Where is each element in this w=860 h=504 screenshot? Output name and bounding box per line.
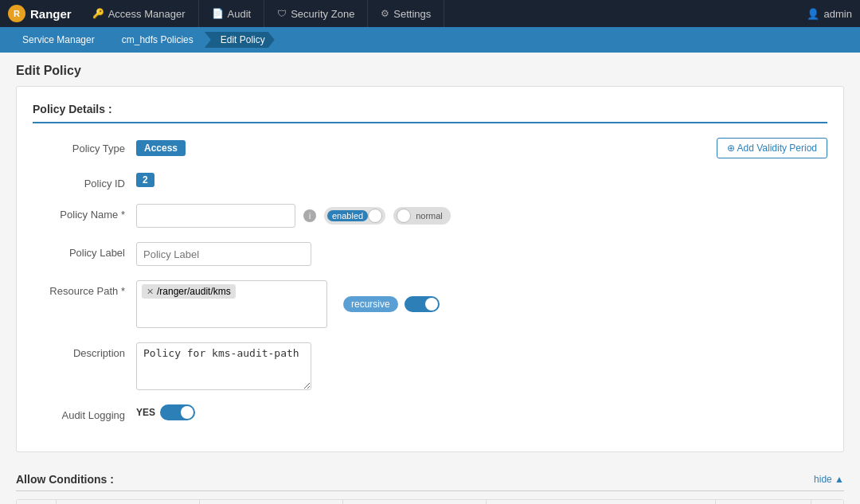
settings-icon: ⚙ bbox=[381, 8, 389, 19]
conditions-table: Select Role Select Group Select User Per… bbox=[16, 499, 844, 504]
audit-icon: 📄 bbox=[212, 8, 224, 19]
tag-remove-icon[interactable]: ✕ bbox=[147, 287, 154, 297]
policy-id-wrap: 2 bbox=[136, 173, 827, 187]
enabled-label: enabled bbox=[327, 210, 368, 221]
resource-path-wrap: ✕ /ranger/audit/kms recursive bbox=[136, 280, 827, 328]
allow-conditions-section: Allow Conditions : hide ▲ Select Role Se… bbox=[16, 465, 844, 504]
col-user-header: Select User bbox=[343, 500, 487, 504]
main-container: Policy Details : Policy Type Access ⊕ Ad… bbox=[0, 86, 860, 504]
audit-knob bbox=[181, 406, 194, 419]
description-input[interactable]: Policy for kms-audit-path bbox=[136, 342, 311, 390]
description-label: Description bbox=[33, 342, 136, 359]
nav-audit[interactable]: 📄 Audit bbox=[199, 0, 265, 27]
normal-label: normal bbox=[411, 210, 448, 221]
security-zone-icon: 🛡 bbox=[277, 8, 287, 19]
policy-name-label: Policy Name * bbox=[33, 204, 136, 221]
resource-path-tag: ✕ /ranger/audit/kms bbox=[142, 284, 236, 299]
recursive-slider bbox=[405, 296, 440, 312]
policy-id-row: Policy ID 2 bbox=[33, 173, 827, 189]
policy-label-label: Policy Label bbox=[33, 242, 136, 259]
nav-access-manager-label: Access Manager bbox=[108, 8, 186, 20]
col-group-header: Select Group bbox=[200, 500, 343, 504]
breadcrumb: Service Manager cm_hdfs Policies Edit Po… bbox=[0, 27, 860, 53]
normal-toggle[interactable]: normal bbox=[393, 207, 451, 225]
policy-type-badge: Access bbox=[136, 140, 186, 156]
description-row: Description Policy for kms-audit-path bbox=[33, 342, 827, 390]
page-title: Edit Policy bbox=[0, 53, 860, 86]
breadcrumb-edit-policy[interactable]: Edit Policy bbox=[205, 32, 275, 48]
access-manager-icon: 🔑 bbox=[92, 8, 104, 19]
ranger-icon: R bbox=[8, 5, 25, 22]
col-permissions-header: Permissions bbox=[487, 500, 716, 504]
audit-slider bbox=[160, 404, 195, 420]
policy-label-wrap bbox=[136, 242, 827, 266]
enabled-toggle[interactable]: enabled bbox=[324, 207, 385, 225]
user-menu[interactable]: 👤 admin bbox=[807, 8, 852, 20]
nav-security-zone[interactable]: 🛡 Security Zone bbox=[264, 0, 368, 27]
normal-toggle-knob bbox=[397, 209, 411, 223]
section-title: Policy Details : bbox=[33, 103, 827, 123]
col-role-header: Select Role bbox=[57, 500, 200, 504]
add-validity-button[interactable]: ⊕ Add Validity Period bbox=[717, 138, 827, 158]
enabled-toggle-knob bbox=[368, 209, 382, 223]
allow-conditions-header: Allow Conditions : hide ▲ bbox=[16, 465, 844, 491]
policy-type-label: Policy Type bbox=[33, 138, 136, 154]
resource-path-row: Resource Path * ✕ /ranger/audit/kms recu… bbox=[33, 280, 827, 328]
policy-name-info-icon: i bbox=[303, 209, 316, 222]
recursive-label: recursive bbox=[343, 296, 398, 312]
resource-path-label: Resource Path * bbox=[33, 280, 136, 297]
policy-id-badge: 2 bbox=[136, 173, 154, 187]
col-delegate-header: Delegate Admin bbox=[716, 500, 811, 504]
brand-name: Ranger bbox=[30, 7, 72, 21]
audit-toggle[interactable] bbox=[160, 404, 195, 420]
policy-type-row: Policy Type Access ⊕ Add Validity Period bbox=[33, 138, 827, 158]
description-wrap: Policy for kms-audit-path bbox=[136, 342, 827, 390]
breadcrumb-policies[interactable]: cm_hdfs Policies bbox=[106, 32, 203, 48]
policy-label-input[interactable] bbox=[136, 242, 311, 266]
policy-name-input[interactable]: kms-audit-path bbox=[136, 204, 295, 228]
nav-security-zone-label: Security Zone bbox=[291, 8, 354, 20]
recursive-wrap: recursive bbox=[343, 296, 440, 312]
recursive-knob bbox=[425, 298, 438, 311]
audit-logging-label: Audit Logging bbox=[33, 404, 136, 421]
policy-id-label: Policy ID bbox=[33, 173, 136, 189]
username: admin bbox=[824, 8, 852, 20]
navbar: R Ranger 🔑 Access Manager 📄 Audit 🛡 Secu… bbox=[0, 0, 860, 27]
policy-label-row: Policy Label bbox=[33, 242, 827, 266]
audit-logging-row: Audit Logging YES bbox=[33, 404, 827, 421]
nav-settings-label: Settings bbox=[393, 8, 431, 20]
nav-access-manager[interactable]: 🔑 Access Manager bbox=[80, 0, 199, 27]
col-drag-header bbox=[17, 500, 57, 504]
hide-link[interactable]: hide ▲ bbox=[814, 474, 844, 485]
nav-settings[interactable]: ⚙ Settings bbox=[368, 0, 444, 27]
conditions-table-header: Select Role Select Group Select User Per… bbox=[17, 500, 843, 504]
recursive-toggle[interactable] bbox=[405, 296, 440, 312]
brand[interactable]: R Ranger bbox=[8, 5, 72, 22]
col-delete-header bbox=[811, 500, 843, 504]
policy-type-wrap: Access ⊕ Add Validity Period bbox=[136, 138, 827, 158]
policy-name-row: Policy Name * kms-audit-path i enabled n… bbox=[33, 204, 827, 228]
policy-card: Policy Details : Policy Type Access ⊕ Ad… bbox=[16, 86, 844, 452]
user-icon: 👤 bbox=[807, 8, 819, 20]
audit-toggle-wrap[interactable]: YES bbox=[136, 404, 195, 420]
resource-path-input[interactable]: ✕ /ranger/audit/kms bbox=[136, 280, 327, 328]
nav-audit-label: Audit bbox=[228, 8, 252, 20]
policy-name-wrap: kms-audit-path i enabled normal bbox=[136, 204, 827, 228]
audit-logging-wrap: YES bbox=[136, 404, 827, 420]
audit-yes-label: YES bbox=[136, 407, 155, 418]
allow-conditions-title: Allow Conditions : bbox=[16, 473, 114, 486]
breadcrumb-service-manager[interactable]: Service Manager bbox=[13, 32, 104, 48]
nav-items: 🔑 Access Manager 📄 Audit 🛡 Security Zone… bbox=[80, 0, 807, 27]
tag-value: /ranger/audit/kms bbox=[157, 286, 231, 297]
